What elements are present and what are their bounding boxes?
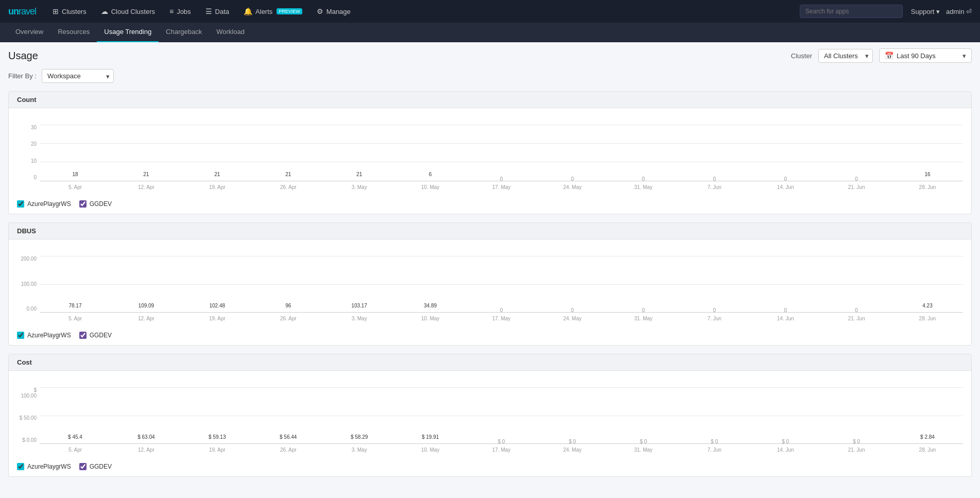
nav-clusters[interactable]: ⊞ Clusters — [46, 0, 93, 23]
x-axis-label: 24. May — [537, 313, 608, 321]
nav-alerts[interactable]: 🔔 Alerts PREVIEW — [237, 0, 308, 23]
top-nav: unravel ⊞ Clusters ☁ Cloud Clusters ≡ Jo… — [0, 0, 980, 23]
cost-y-zero: $ 0.00 — [17, 437, 37, 443]
count-chart-area: 30 20 10 0 1821212121600000016 5. Apr12 — [9, 108, 971, 196]
cost-y-mid: $ 50.00 — [17, 415, 37, 421]
x-axis-label: 14. Jun — [750, 181, 821, 190]
bar-value-label: $ 63.04 — [111, 434, 182, 440]
tab-workload[interactable]: Workload — [209, 23, 252, 42]
dbus-azure-label: AzurePlaygrWS — [27, 332, 71, 339]
x-axis-label: 3. May — [324, 181, 395, 190]
count-y-zero: 0 — [17, 175, 37, 180]
admin-button[interactable]: admin ⏎ — [946, 8, 972, 15]
count-ggdev-checkbox[interactable] — [79, 200, 87, 208]
x-axis-label: 19. Apr — [182, 313, 253, 321]
dbus-azure-checkbox[interactable] — [17, 332, 24, 339]
search-box[interactable] — [800, 5, 903, 18]
x-axis-label: 7. Jun — [679, 181, 750, 190]
count-y-mid: 20 — [17, 141, 37, 147]
dbus-legend: AzurePlaygrWS GGDEV — [9, 328, 971, 345]
bar-value-label: 21 — [182, 171, 253, 177]
bar-value-label: $ 56.44 — [253, 434, 324, 440]
count-section: Count 30 20 10 0 — [8, 91, 972, 214]
bar-zero-label: $ 0 — [750, 439, 821, 444]
bar-value-label: $ 59.13 — [182, 434, 253, 440]
jobs-icon: ≡ — [169, 7, 174, 15]
page-title: Usage — [8, 50, 38, 62]
bar-value-label: 103.17 — [324, 303, 395, 308]
data-icon: ☰ — [205, 7, 212, 15]
x-axis-label: 10. May — [395, 444, 466, 453]
search-input[interactable] — [805, 8, 897, 15]
x-axis-label: 17. May — [466, 181, 537, 190]
x-axis-label: 31. May — [608, 313, 679, 321]
cost-legend-ggdev: GGDEV — [79, 463, 112, 470]
cluster-select[interactable]: All Clusters — [818, 49, 873, 63]
x-axis-label: 5. Apr — [40, 181, 111, 190]
bar-value-label: 78.17 — [40, 303, 111, 308]
filter-select-wrapper: Workspace — [42, 69, 114, 83]
nav-jobs[interactable]: ≡ Jobs — [163, 0, 197, 23]
tab-overview[interactable]: Overview — [8, 23, 50, 42]
x-axis-label: 5. Apr — [40, 444, 111, 453]
x-axis-label: 31. May — [608, 181, 679, 190]
chevron-down-icon: ▾ — [962, 52, 966, 60]
count-legend: AzurePlaygrWS GGDEV — [9, 196, 971, 214]
x-axis-label: 19. Apr — [182, 444, 253, 453]
nav-cloud-clusters[interactable]: ☁ Cloud Clusters — [95, 0, 161, 23]
count-y-max: 30 — [17, 125, 37, 130]
nav-data[interactable]: ☰ Data — [199, 0, 235, 23]
x-axis-label: 24. May — [537, 444, 608, 453]
filter-bar: Filter By : Workspace — [8, 69, 972, 83]
cost-azure-checkbox[interactable] — [17, 463, 24, 470]
x-axis-label: 21. Jun — [821, 444, 892, 453]
count-section-header: Count — [9, 92, 971, 108]
bar-value-label: 16 — [892, 171, 963, 177]
bar-value-label: 102.48 — [182, 303, 253, 308]
filter-select[interactable]: Workspace — [42, 69, 114, 83]
x-axis-label: 3. May — [324, 444, 395, 453]
x-axis-label: 26. Apr — [253, 444, 324, 453]
count-y-low: 10 — [17, 158, 37, 164]
cost-azure-label: AzurePlaygrWS — [27, 463, 71, 470]
nav-manage[interactable]: ⚙ Manage — [311, 0, 357, 23]
alerts-icon: 🔔 — [244, 7, 252, 15]
bar-value-label: 18 — [40, 171, 111, 177]
date-range-select[interactable]: 📅 Last 90 Days ▾ — [879, 48, 972, 63]
x-axis-label: 7. Jun — [679, 313, 750, 321]
x-axis-label: 28. Jun — [892, 313, 963, 321]
x-axis-label: 21. Jun — [821, 181, 892, 190]
cost-section-header: Cost — [9, 354, 971, 371]
x-axis-label: 5. Apr — [40, 313, 111, 321]
cloud-icon: ☁ — [101, 7, 108, 15]
bar-value-label: 96 — [253, 303, 324, 308]
dbus-legend-azure: AzurePlaygrWS — [17, 332, 71, 339]
x-axis-label: 14. Jun — [750, 313, 821, 321]
bar-value-label: 21 — [324, 171, 395, 177]
x-axis-label: 21. Jun — [821, 313, 892, 321]
cost-y-max: $ 100.00 — [17, 387, 37, 399]
tab-resources[interactable]: Resources — [50, 23, 97, 42]
bar-zero-label: 0 — [466, 176, 537, 182]
bar-zero-label: 0 — [679, 307, 750, 313]
cluster-select-wrapper: All Clusters — [818, 49, 873, 63]
dbus-chart-area: 200.00 100.00 0.00 78.17109.09102.489610… — [9, 239, 971, 328]
x-axis-label: 26. Apr — [253, 181, 324, 190]
x-axis-label: 14. Jun — [750, 444, 821, 453]
bar-zero-label: 0 — [466, 307, 537, 313]
dbus-legend-ggdev: GGDEV — [79, 332, 112, 339]
bar-zero-label: $ 0 — [608, 439, 679, 444]
tab-usage-trending[interactable]: Usage Trending — [97, 23, 159, 42]
x-axis-label: 31. May — [608, 444, 679, 453]
bar-zero-label: 0 — [608, 307, 679, 313]
dbus-y-mid: 100.00 — [17, 281, 37, 287]
bar-zero-label: 0 — [679, 176, 750, 182]
x-axis-label: 28. Jun — [892, 444, 963, 453]
count-azure-checkbox[interactable] — [17, 200, 24, 208]
support-button[interactable]: Support ▾ — [911, 8, 940, 15]
x-axis-label: 17. May — [466, 444, 537, 453]
tab-chargeback[interactable]: Chargeback — [159, 23, 209, 42]
dbus-ggdev-checkbox[interactable] — [79, 332, 87, 339]
cost-ggdev-checkbox[interactable] — [79, 463, 87, 470]
filter-label: Filter By : — [8, 72, 37, 80]
